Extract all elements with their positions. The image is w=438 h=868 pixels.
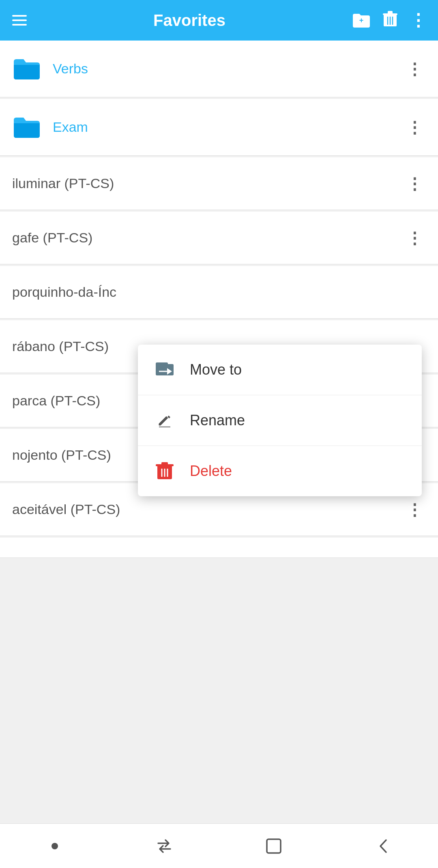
trash-icon[interactable] bbox=[383, 11, 397, 30]
move-to-icon bbox=[154, 359, 175, 380]
delete-label: Delete bbox=[190, 463, 232, 480]
folder-label: Exam bbox=[53, 119, 402, 135]
nav-square[interactable] bbox=[258, 830, 290, 862]
folder-icon bbox=[12, 114, 41, 140]
folder-icon bbox=[12, 56, 41, 82]
svg-rect-14 bbox=[161, 462, 168, 465]
context-menu: Move to Rename Delete bbox=[138, 345, 422, 496]
svg-point-18 bbox=[52, 843, 58, 849]
delete-menu-item[interactable]: Delete bbox=[138, 446, 422, 496]
item-more-button[interactable]: ⋮ bbox=[402, 229, 426, 247]
word-label: iluminar (PT-CS) bbox=[12, 176, 402, 191]
rename-menu-item[interactable]: Rename bbox=[138, 395, 422, 446]
svg-text:+: + bbox=[359, 16, 364, 24]
menu-icon[interactable] bbox=[12, 15, 27, 26]
list-item: gafe (PT-CS) ⋮ bbox=[0, 212, 438, 264]
delete-icon bbox=[154, 461, 175, 482]
folder-label: Verbs bbox=[53, 61, 402, 77]
word-label: aceitável (PT-CS) bbox=[12, 502, 402, 517]
svg-rect-8 bbox=[156, 364, 174, 375]
svg-rect-21 bbox=[267, 839, 281, 853]
item-more-button[interactable]: ⋮ bbox=[402, 501, 426, 519]
list-item: Verbs ⋮ bbox=[0, 41, 438, 97]
rename-label: Rename bbox=[190, 412, 245, 429]
move-to-label: Move to bbox=[190, 361, 242, 378]
page-title: Favorites bbox=[27, 11, 352, 30]
nav-switch[interactable] bbox=[148, 830, 180, 862]
nav-dot[interactable] bbox=[39, 830, 71, 862]
nav-back[interactable] bbox=[367, 830, 399, 862]
app-header: Favorites + ⋮ bbox=[0, 0, 438, 41]
word-label: porquinho-da-Ínc bbox=[12, 284, 426, 300]
list-item: Exam ⋮ bbox=[0, 99, 438, 156]
move-to-menu-item[interactable]: Move to bbox=[138, 345, 422, 395]
word-label: gafe (PT-CS) bbox=[12, 230, 402, 246]
item-more-button[interactable]: ⋮ bbox=[402, 175, 426, 193]
bottom-navigation bbox=[0, 823, 438, 868]
list-item: porquinho-da-Ínc bbox=[0, 266, 438, 319]
rename-icon bbox=[154, 410, 175, 431]
item-more-button[interactable]: ⋮ bbox=[402, 60, 426, 78]
list-item: iluminar (PT-CS) ⋮ bbox=[0, 157, 438, 210]
svg-rect-3 bbox=[388, 11, 393, 14]
list-item bbox=[0, 538, 438, 558]
item-more-button[interactable]: ⋮ bbox=[402, 118, 426, 136]
more-vertical-icon[interactable]: ⋮ bbox=[410, 12, 426, 29]
header-actions: + ⋮ bbox=[352, 11, 426, 30]
add-folder-icon[interactable]: + bbox=[352, 12, 371, 28]
